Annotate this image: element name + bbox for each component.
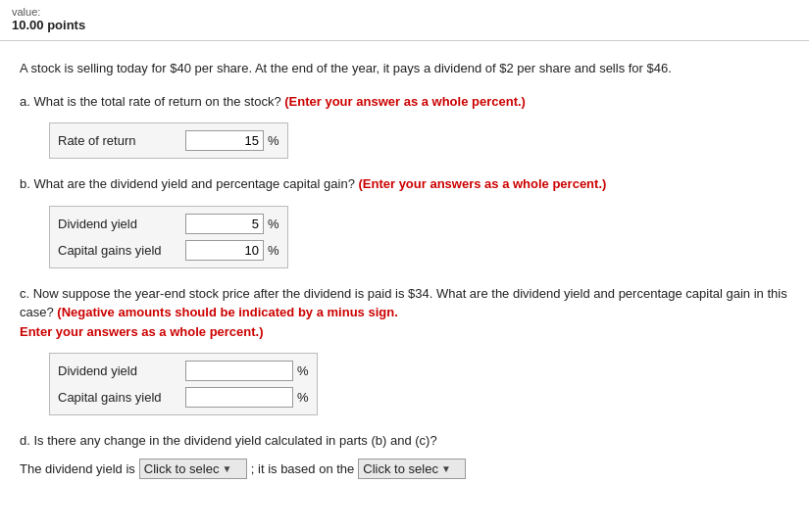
part-c-label-0: Dividend yield [58, 363, 185, 378]
part-a-letter: a. [20, 94, 33, 109]
part-d-dropdown1-text: Click to selec [144, 461, 220, 476]
part-c-row-1: Capital gains yield % [50, 384, 317, 411]
part-d-dropdown2-text: Click to selec [363, 461, 438, 476]
part-a-table: Rate of return % [49, 122, 288, 159]
part-b-row-0: Dividend yield % [50, 211, 287, 237]
part-b-question: What are the dividend yield and percenta… [33, 176, 358, 191]
part-c-letter: c. [20, 286, 33, 301]
part-d-sentence-start: The dividend yield is [20, 461, 135, 476]
part-c-label-1: Capital gains yield [58, 390, 185, 405]
main-content: A stock is selling today for $40 per sha… [0, 41, 809, 512]
part-a-input[interactable] [185, 130, 264, 151]
part-c-note2: Enter your answers as a whole percent.) [20, 324, 264, 339]
part-d-label: d. Is there any change in the dividend y… [20, 431, 789, 451]
part-b-letter: b. [20, 176, 33, 191]
value-points: 10.00 points [12, 18, 797, 32]
value-label: value: [12, 6, 797, 18]
part-b-label-0: Dividend yield [58, 217, 185, 231]
part-b-pct-0: % [268, 217, 279, 231]
part-d-dropdown1-arrow: ▼ [222, 463, 231, 474]
part-a-row: Rate of return % [50, 127, 287, 154]
part-d-dropdown1[interactable]: Click to selec ▼ [139, 459, 247, 479]
part-a-row-label: Rate of return [58, 133, 185, 148]
part-b-row-1: Capital gains yield % [50, 237, 287, 264]
part-b-label: b. What are the dividend yield and perce… [20, 174, 789, 194]
part-c-row-0: Dividend yield % [50, 358, 317, 384]
part-b-input-1[interactable] [185, 240, 264, 261]
part-c: c. Now suppose the year-end stock price … [20, 284, 789, 416]
part-b-input-0[interactable] [185, 214, 264, 234]
part-c-input-1[interactable] [185, 387, 293, 408]
part-d-row: The dividend yield is Click to selec ▼ ;… [20, 459, 789, 479]
problem-text: A stock is selling today for $40 per sha… [20, 59, 789, 78]
part-d-dropdown2[interactable]: Click to selec ▼ [358, 459, 466, 479]
part-a-label: a. What is the total rate of return on t… [20, 92, 789, 112]
part-c-pct-1: % [297, 390, 309, 405]
part-c-input-0[interactable] [185, 361, 293, 381]
part-c-note1: (Negative amounts should be indicated by… [57, 305, 397, 319]
part-d: d. Is there any change in the dividend y… [20, 431, 789, 479]
part-b-table: Dividend yield % Capital gains yield % [49, 206, 288, 268]
part-d-between-text: ; it is based on the [251, 461, 355, 476]
part-d-dropdown2-arrow: ▼ [441, 463, 451, 474]
part-b-note: (Enter your answers as a whole percent.) [358, 176, 606, 191]
part-c-label: c. Now suppose the year-end stock price … [20, 284, 789, 342]
value-bar: value: 10.00 points [0, 0, 809, 41]
part-b-label-1: Capital gains yield [58, 243, 185, 258]
part-d-letter: d. [20, 433, 33, 448]
part-a: a. What is the total rate of return on t… [20, 92, 789, 160]
part-a-question: What is the total rate of return on the … [33, 94, 284, 109]
part-a-pct: % [268, 133, 279, 148]
part-a-note: (Enter your answer as a whole percent.) [284, 94, 526, 109]
part-d-question: Is there any change in the dividend yiel… [33, 433, 436, 448]
part-b: b. What are the dividend yield and perce… [20, 174, 789, 268]
part-b-pct-1: % [268, 243, 279, 258]
part-c-table: Dividend yield % Capital gains yield % [49, 353, 318, 415]
part-c-pct-0: % [297, 363, 309, 378]
